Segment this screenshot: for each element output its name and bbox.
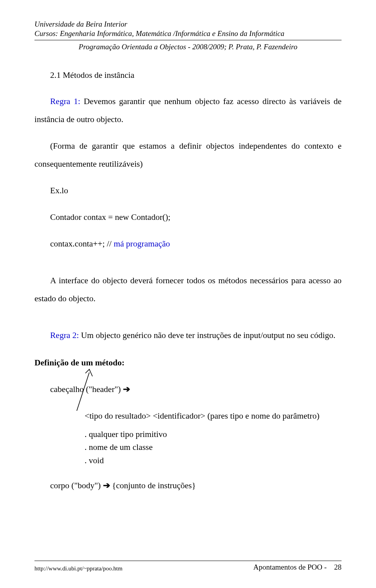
document-page: Universidade da Beira Interior Cursos: E… [0,0,376,588]
rule2-text: Um objecto genérico não deve ter instruç… [79,331,335,340]
example-label: Ex.lo [34,182,342,200]
rule2-label: Regra 2: [50,331,79,340]
type-option-1: . qualquer tipo primitivo [85,428,342,441]
pointer-arrow-icon [74,369,97,412]
arrow-icon-2: ➔ [103,481,110,490]
type-line-container: <tipo do resultado> <identificador> (par… [34,407,342,425]
corpo-text-a: corpo ("body") [50,481,103,490]
body-line: corpo ("body") ➔ {conjunto de instruções… [34,477,342,494]
header-rule [34,40,342,40]
interface-paragraph: A interface do objecto deverá fornecer t… [34,272,342,307]
rule1-paragraph: Regra 1: Devemos garantir que nenhum obj… [34,92,342,128]
footer-url: http://www.di.ubi.pt/~pprata/poo.htm [34,565,123,573]
rule1-text: Devemos garantir que nenhum objecto faz … [34,97,342,124]
header-line2: Cursos: Engenharia Informática, Matemáti… [34,29,342,38]
footer-rule [34,561,342,561]
footer-right: Apontamentos de POO - 28 [253,563,342,572]
section-title: 2.1 Métodos de instância [34,66,342,84]
code-line-2: contax.conta++; // má programação [34,235,342,253]
footer-label: Apontamentos de POO - [253,563,327,571]
forma-paragraph: (Forma de garantir que estamos a definir… [34,137,342,173]
footer-page: 28 [334,563,342,571]
code-line-2b: má programação [114,239,170,248]
header-subline: Programação Orientada a Objectos - 2008/… [34,43,342,51]
body-content: 2.1 Métodos de instância Regra 1: Devemo… [34,66,342,495]
header-line1: Universidade da Beira Interior [34,20,342,29]
code-line-2a: contax.conta++; // [50,239,114,248]
type-options: . qualquer tipo primitivo . nome de um c… [34,428,342,467]
rule2-paragraph: Regra 2: Um objecto genérico não deve te… [34,326,342,344]
rule1-label: Regra 1: [50,97,80,106]
type-line: <tipo do resultado> <identificador> (par… [85,407,342,425]
type-option-2: . nome de um classe [85,441,342,454]
header-block: Universidade da Beira Interior Cursos: E… [34,20,342,38]
corpo-text-b: {conjunto de instruções} [110,481,196,490]
footer-row: http://www.di.ubi.pt/~pprata/poo.htm Apo… [34,563,342,572]
footer: http://www.di.ubi.pt/~pprata/poo.htm Apo… [34,561,342,572]
type-option-3: . void [85,454,342,467]
arrow-icon: ➔ [123,385,130,394]
code-line-1: Contador contax = new Contador(); [34,208,342,226]
svg-line-0 [77,372,89,411]
